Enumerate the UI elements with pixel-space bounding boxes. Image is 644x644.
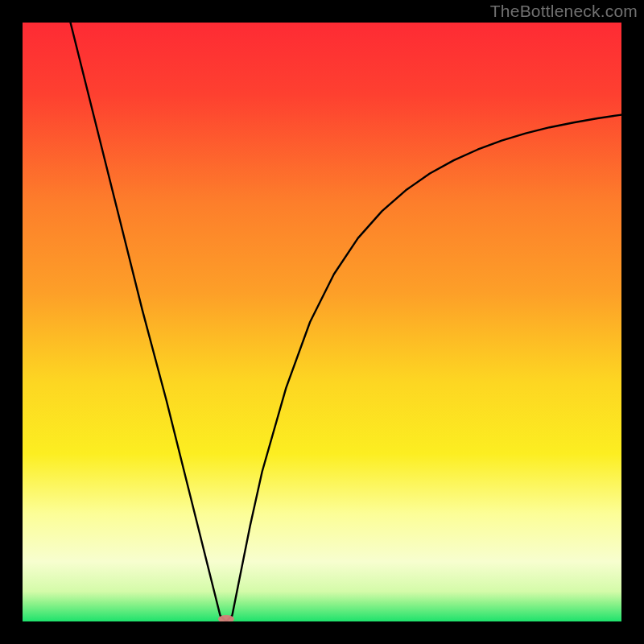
- svg-rect-0: [23, 23, 621, 621]
- plot-area: [23, 23, 621, 621]
- chart-svg: [23, 23, 621, 621]
- chart-frame: TheBottleneck.com: [0, 0, 644, 644]
- watermark-text: TheBottleneck.com: [490, 2, 638, 21]
